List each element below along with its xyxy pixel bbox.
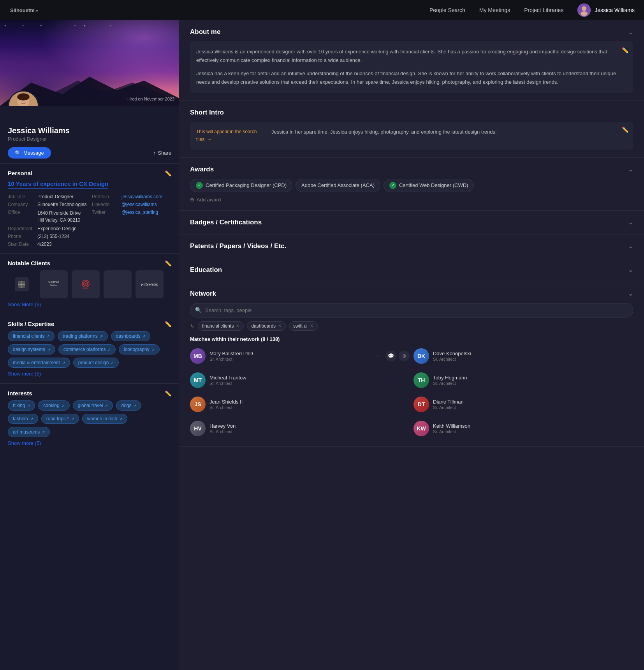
award-tag[interactable]: ✓Certified Packaging Designer (CPD) xyxy=(190,179,292,192)
skill-tag[interactable]: commerce platforms↗ xyxy=(58,344,116,354)
interest-tag[interactable]: road trips *↗ xyxy=(41,414,79,424)
interests-section: Interests ✏️ hiking↗cooking↗global trave… xyxy=(0,383,179,453)
skill-tag[interactable]: design systems↗ xyxy=(8,344,55,354)
badges-header[interactable]: Badges / Certifications ⌄ xyxy=(190,219,633,226)
filter-tags: financial clients ✕dashboards ✕swift ui … xyxy=(198,321,318,331)
client-apple[interactable] xyxy=(104,270,132,298)
nav-user[interactable]: Jessica Williams xyxy=(577,4,635,17)
network-section: Network ⌄ 🔍 ↳ financial clients ✕dashboa… xyxy=(179,282,644,447)
education-header[interactable]: Education ⌄ xyxy=(190,266,633,274)
client-sumup[interactable] xyxy=(8,270,36,298)
interest-tag[interactable]: hiking↗ xyxy=(8,400,35,411)
skill-tag[interactable]: media & entertainment↗ xyxy=(8,358,70,368)
interests-edit-icon[interactable]: ✏️ xyxy=(165,390,171,397)
filter-tag[interactable]: financial clients ✕ xyxy=(198,321,244,331)
client-target[interactable]: target xyxy=(72,270,100,298)
skill-tag[interactable]: financial clients↗ xyxy=(8,331,55,341)
network-person[interactable]: DT Diane Tillman Sr. Architect xyxy=(413,394,633,414)
person-name: Jean Shields II xyxy=(209,399,410,405)
tag-arrow-icon: ↗ xyxy=(100,334,103,339)
filter-tag[interactable]: dashboards ✕ xyxy=(247,321,286,331)
network-person[interactable]: JS Jean Shields II Sr. Architect xyxy=(190,394,410,414)
network-person[interactable]: DK Dave Konopelski Sr. Architect xyxy=(413,346,633,366)
award-tag[interactable]: ✓Certified Web Designer (CWD) xyxy=(384,179,474,192)
personal-left-col: Job Title Product Designer Company Silho… xyxy=(8,194,87,247)
network-search-input[interactable] xyxy=(190,303,633,317)
network-chevron: ⌄ xyxy=(628,290,633,297)
person-role: Sr. Architect xyxy=(433,405,633,410)
skills-show-more[interactable]: Show more (5) xyxy=(8,371,41,377)
interest-tag[interactable]: dogs↗ xyxy=(116,400,141,411)
person-avatar: HV xyxy=(190,421,206,436)
linkedin-row: LinkedIn @jessicawilliams xyxy=(92,202,171,207)
person-info: Keith Williamson Sr. Architect xyxy=(433,423,633,434)
skills-title: Skills / Expertise xyxy=(8,321,54,327)
network-person[interactable]: KW Keith Williamson Sr. Architect xyxy=(413,418,633,439)
add-award-btn[interactable]: ⊕ Add award xyxy=(190,197,633,203)
skills-edit-icon[interactable]: ✏️ xyxy=(165,321,171,327)
network-person[interactable]: MT Micheal Trantow Sr. Architect xyxy=(190,370,410,390)
interest-tag[interactable]: global travel↗ xyxy=(73,400,113,411)
about-me-header[interactable]: About me ⌄ xyxy=(190,28,633,36)
tag-arrow-icon: ↗ xyxy=(151,347,155,352)
person-role: Sr. Architect xyxy=(209,381,410,386)
more-options-icon[interactable]: ··· xyxy=(377,353,383,360)
award-check-icon: ✓ xyxy=(196,182,203,189)
client-goldman[interactable]: Goldman Sachs xyxy=(40,270,68,298)
message-button[interactable]: 🔍 Message xyxy=(8,147,51,159)
interest-tag[interactable]: art museums↗ xyxy=(8,427,50,437)
add-award-icon: ⊕ xyxy=(190,197,194,203)
filter-tag[interactable]: swift ui ✕ xyxy=(289,321,318,331)
share-button[interactable]: ↑ Share xyxy=(153,150,171,156)
person-name: Toby Hegmann xyxy=(433,375,633,381)
nav-my-meetings[interactable]: My Meetings xyxy=(479,7,510,13)
fitgenius-label: FitGenius xyxy=(141,282,158,287)
twitter-row: Twitter @jessica_starling xyxy=(92,210,171,215)
award-check-icon: ✓ xyxy=(389,182,396,189)
patents-header[interactable]: Patents / Papers / Videos / Etc. ⌄ xyxy=(190,242,633,250)
interest-tag[interactable]: fashion↗ xyxy=(8,414,38,424)
linkedin-link[interactable]: @jessicawilliams xyxy=(121,202,157,207)
intro-edit-icon[interactable]: ✏️ xyxy=(622,127,628,133)
award-tag[interactable]: Adobe Certified Associate (ACA) xyxy=(296,179,380,192)
add-person-btn[interactable]: ⊕ xyxy=(399,351,410,361)
about-para-1: Jessica Williams is an experienced desig… xyxy=(196,48,627,65)
skill-tag[interactable]: trading platforms↗ xyxy=(58,331,107,341)
client-fitgenius[interactable]: FitGenius xyxy=(135,270,164,298)
personal-edit-icon[interactable]: ✏️ xyxy=(165,170,171,176)
avatar xyxy=(577,4,591,17)
clients-edit-icon[interactable]: ✏️ xyxy=(165,260,171,266)
person-role: Sr. Architect xyxy=(209,357,373,361)
skill-tag[interactable]: dashboards↗ xyxy=(111,331,151,341)
about-edit-icon[interactable]: ✏️ xyxy=(622,46,628,55)
clients-show-more[interactable]: Show More (6) xyxy=(8,302,41,307)
short-intro-header[interactable]: Short Intro xyxy=(190,109,633,116)
tag-arrow-icon: ↗ xyxy=(30,417,33,421)
phone-row: Phone (212) 555-1234 xyxy=(8,234,87,239)
interest-tag[interactable]: women in tech↗ xyxy=(82,414,127,424)
nav-project-libraries[interactable]: Project Libraries xyxy=(524,7,563,13)
network-person[interactable]: MB Mary Balistreri PhD Sr. Architect ···… xyxy=(190,346,410,366)
job-title-row: Job Title Product Designer xyxy=(8,194,87,199)
filter-remove-icon[interactable]: ✕ xyxy=(310,323,313,328)
skill-tag[interactable]: product design↗ xyxy=(73,358,119,368)
network-person[interactable]: HV Harvey Von Sr. Architect xyxy=(190,418,410,439)
tag-arrow-icon: ↗ xyxy=(27,404,30,408)
company-row: Company Silhouette Technologies xyxy=(8,202,87,207)
network-person[interactable]: TH Toby Hegmann Sr. Architect xyxy=(413,370,633,390)
person-avatar: TH xyxy=(413,372,429,388)
twitter-link[interactable]: @jessica_starling xyxy=(121,210,158,215)
filter-remove-icon[interactable]: ✕ xyxy=(236,323,239,328)
svg-rect-22 xyxy=(111,277,125,291)
network-header[interactable]: Network ⌄ xyxy=(190,290,633,298)
message-person-btn[interactable]: 💬 xyxy=(385,351,396,361)
filter-remove-icon[interactable]: ✕ xyxy=(278,323,282,328)
interest-tag[interactable]: cooking↗ xyxy=(38,400,69,411)
skill-tag[interactable]: iconography↗ xyxy=(119,344,159,354)
nav-people-search[interactable]: People Search xyxy=(429,7,465,13)
interests-show-more[interactable]: Show more (5) xyxy=(8,440,41,446)
portfolio-link[interactable]: jessicawilliams.com xyxy=(121,194,162,199)
share-icon: ↑ xyxy=(153,150,156,156)
app-logo[interactable]: Silhouette» xyxy=(9,7,38,14)
awards-header[interactable]: Awards ⌄ xyxy=(190,166,633,173)
